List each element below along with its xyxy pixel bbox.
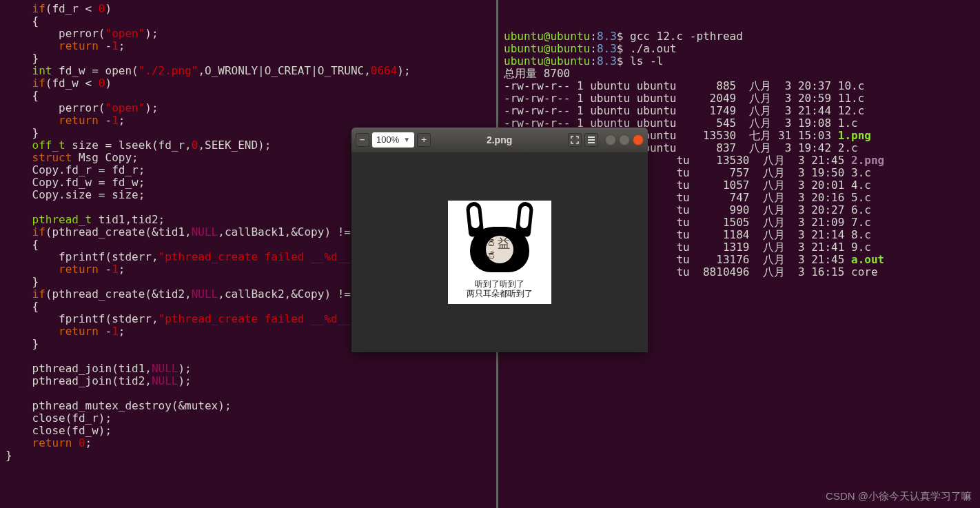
viewer-titlebar[interactable]: − 100% ▼ + 2.png (351, 128, 648, 152)
displayed-image: ಠ益ಠ 听到了听到了 两只耳朵都听到了 (448, 201, 551, 304)
viewer-canvas[interactable]: ಠ益ಠ 听到了听到了 两只耳朵都听到了 (351, 152, 648, 352)
fullscreen-icon[interactable] (568, 133, 582, 147)
viewer-title: 2.png (433, 134, 565, 146)
hamburger-icon[interactable] (584, 133, 598, 147)
close-button[interactable] (633, 134, 644, 145)
zoom-in-button[interactable]: + (417, 133, 431, 147)
zoom-level-select[interactable]: 100% ▼ (372, 132, 414, 148)
minimize-button[interactable] (605, 134, 616, 145)
watermark: CSDN @小徐今天认真学习了嘛 (826, 490, 972, 502)
image-caption-1: 听到了听到了 (448, 279, 551, 289)
image-viewer-window[interactable]: − 100% ▼ + 2.png ಠ益ಠ 听到了听到了 两只耳朵都听到了 (351, 128, 648, 352)
zoom-value: 100% (376, 134, 399, 146)
window-controls (605, 134, 644, 145)
zoom-out-button[interactable]: − (356, 133, 369, 147)
maximize-button[interactable] (619, 134, 630, 145)
chevron-down-icon: ▼ (403, 134, 410, 146)
image-caption-2: 两只耳朵都听到了 (448, 289, 551, 298)
